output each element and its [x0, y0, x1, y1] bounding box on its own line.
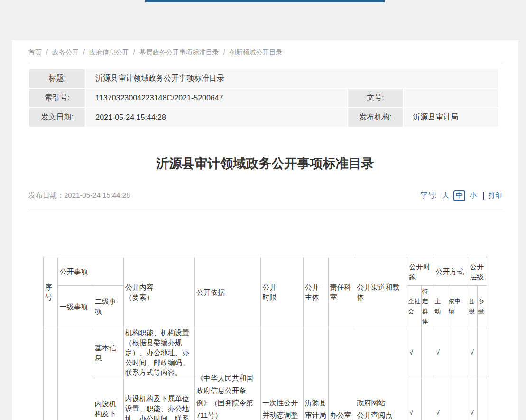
header-qudao-zaiti: 公开渠道和载 体 [355, 257, 407, 327]
font-size-medium-button[interactable]: 中 [453, 190, 465, 201]
catalog-table: 序号 公开事项 公开内容 （要素） 公开依据 公开 时限 公开 主体 责任科 室… [43, 257, 487, 420]
publish-info-row: 发布日期：2021-05-24 15:44:28 字号: 大 中 小 打印 [28, 190, 503, 201]
meta-docnum-label: 文号: [348, 89, 402, 107]
meta-title-label: 标题: [29, 69, 85, 88]
cell-yiji-shixiang [58, 327, 93, 420]
cell-gongkai-shixian: 一次性公开 并动态调整 [261, 327, 303, 420]
header-xuhao: 序号 [44, 257, 58, 327]
breadcrumb-xinxigongkai-link[interactable]: 政府信息公开 [89, 48, 129, 56]
breadcrumb-biaozhunmulu-link[interactable]: 基层政务公开事项标准目录 [139, 48, 219, 56]
meta-row-index: 索引号: 11370323004223148C/2021-5200647 文号: [29, 89, 498, 107]
font-size-controls: 字号: 大 中 小 打印 [421, 190, 502, 201]
check-yishenqing [448, 378, 468, 420]
publish-date-label: 发布日期： [28, 191, 64, 199]
publish-date: 发布日期：2021-05-24 15:44:28 [28, 191, 130, 200]
meta-index-value: 11370323004223148C/2021-5200647 [86, 89, 347, 107]
check-xianji: √ [468, 378, 477, 420]
publish-date-value: 2021-05-24 15:44:28 [64, 191, 130, 199]
check-quanshehui: √ [407, 327, 421, 378]
header-gongkai-zhuti: 公开 主体 [303, 257, 328, 327]
breadcrumb-current-page[interactable]: 创新领域公开目录 [230, 48, 283, 56]
check-xianji: √ [468, 327, 477, 378]
vertical-divider [483, 192, 484, 200]
meta-title-value: 沂源县审计领域政务公开事项标准目录 [86, 69, 498, 88]
section-divider [28, 209, 503, 209]
header-gongkai-cengji: 公开 层级 [468, 257, 487, 286]
font-size-label: 字号: [421, 191, 437, 200]
header-gongkai-shixiang: 公开事项 [58, 257, 123, 286]
document-meta-table: 标题: 沂源县审计领域政务公开事项标准目录 索引号: 1137032300422… [28, 68, 499, 128]
check-teding-qunti [421, 327, 434, 378]
header-zeren-keshi: 责任科 室 [328, 257, 355, 327]
breadcrumb-separator: / [133, 48, 135, 56]
meta-agency-label: 发布机构: [348, 108, 402, 127]
check-zhudong: √ [434, 378, 448, 420]
catalog-row-basic-info: 基本信 息 机构职能、机构设置 （根据县委编办规 定）、办公地址、办 公时间、邮… [44, 327, 487, 378]
check-quanshehui: √ [407, 378, 421, 420]
print-button[interactable]: 打印 [489, 192, 502, 200]
breadcrumb: 首页/政务公开/政府信息公开/基层政务公开事项标准目录/创新领域公开目录 [28, 40, 503, 63]
header-teding-qunti: 特 定 群 体 [421, 286, 434, 327]
check-xiangji [477, 327, 487, 378]
meta-agency-value: 沂源县审计局 [404, 108, 498, 127]
header-gongkai-duixiang: 公开对 象 [407, 257, 434, 286]
meta-docnum-value [404, 89, 498, 107]
cell-qudao-zaiti: 政府网站 公开查阅点 [355, 327, 407, 420]
cell-xuhao [44, 327, 58, 420]
header-gongkai-yiju: 公开依据 [195, 257, 261, 327]
meta-row-title: 标题: 沂源县审计领域政务公开事项标准目录 [29, 69, 498, 88]
content-card: 首页/政务公开/政府信息公开/基层政务公开事项标准目录/创新领域公开目录 标题:… [12, 40, 518, 420]
catalog-header-row-1: 序号 公开事项 公开内容 （要素） 公开依据 公开 时限 公开 主体 责任科 室… [44, 257, 487, 286]
cell-gongkai-zhuti: 沂源县 审计局 [303, 327, 328, 420]
font-size-small-button[interactable]: 小 [470, 191, 477, 200]
cell-gongkai-neirong: 机构职能、机构设置 （根据县委编办规 定）、办公地址、办 公时间、邮政编码、 联… [123, 327, 194, 378]
header-gongkai-fangshi: 公开方式 [434, 257, 468, 286]
header-quanshehui: 全社 会 [407, 286, 421, 327]
check-xiangji [477, 378, 487, 420]
header-yiji-shixiang: 一级事项 [58, 286, 93, 327]
meta-row-date: 发文日期: 2021-05-24 15:44:28 发布机构: 沂源县审计局 [29, 108, 498, 127]
header-zhudong: 主 动 [434, 286, 448, 327]
page-title: 沂源县审计领域政务公开事项标准目录 [28, 154, 503, 173]
header-gongkai-shixian: 公开 时限 [261, 257, 303, 327]
cell-zeren-keshi: 办公室 [328, 327, 355, 420]
font-size-large-button[interactable]: 大 [442, 191, 449, 200]
breadcrumb-home-link[interactable]: 首页 [28, 48, 42, 56]
meta-date-value: 2021-05-24 15:44:28 [86, 108, 347, 127]
breadcrumb-separator: / [83, 48, 85, 56]
cell-erji-shixiang: 内设机 构及下 属事业 单位 [93, 378, 123, 420]
check-yishenqing [448, 327, 468, 378]
top-nav-underline [145, 0, 385, 2]
header-yishenqing: 依申 请 [448, 286, 468, 327]
breadcrumb-separator: / [223, 48, 225, 56]
header-xiangji: 乡 级 [477, 286, 487, 327]
breadcrumb-separator: / [46, 48, 48, 56]
meta-index-label: 索引号: [29, 89, 85, 107]
breadcrumb-zhengwugongkai-link[interactable]: 政务公开 [52, 48, 79, 56]
check-zhudong: √ [434, 327, 448, 378]
check-teding-qunti [421, 378, 434, 420]
cell-erji-shixiang: 基本信 息 [93, 327, 123, 378]
header-gongkai-neirong: 公开内容 （要素） [123, 257, 194, 327]
meta-date-label: 发文日期: [29, 108, 85, 127]
cell-gongkai-neirong: 内设机构及下属单位 设置、职能、办公地 址、办公时间、联系 方式、负责人姓名等 … [123, 378, 194, 420]
header-erji-shixiang: 二级事 项 [93, 286, 123, 327]
cell-gongkai-yiju: 《中华人民共和国 政府信息公开条 例》（国务院令第 711号） [195, 327, 261, 420]
header-xianji: 县 级 [468, 286, 477, 327]
